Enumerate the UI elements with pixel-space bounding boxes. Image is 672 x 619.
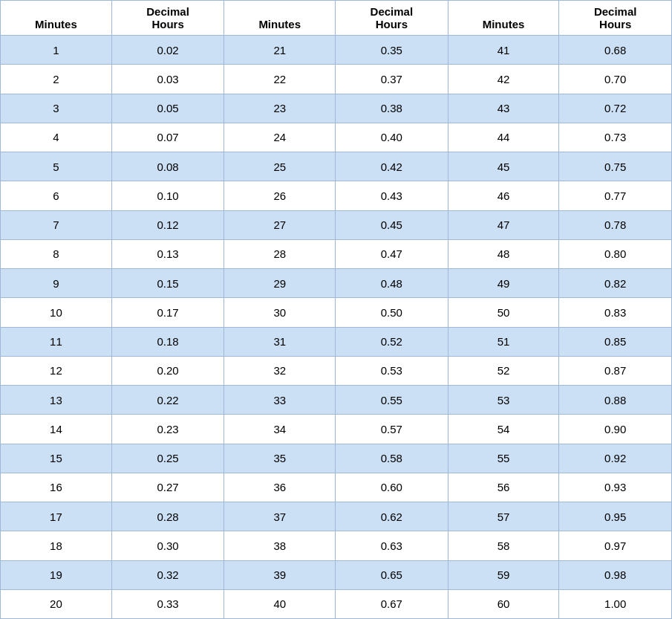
table-cell: 17 [1, 502, 112, 531]
table-row: 160.27360.60560.93 [1, 473, 672, 502]
table-cell: 0.62 [336, 502, 448, 531]
table-cell: 0.55 [336, 386, 448, 415]
table-cell: 44 [448, 123, 559, 152]
table-cell: 32 [224, 356, 336, 385]
table-row: 20.03220.37420.70 [1, 65, 672, 94]
table-cell: 0.72 [559, 94, 672, 123]
table-cell: 0.47 [336, 239, 448, 268]
table-cell: 22 [224, 65, 336, 94]
table-cell: 4 [1, 123, 112, 152]
table-cell: 20 [1, 589, 112, 618]
table-cell: 0.07 [111, 123, 224, 152]
table-cell: 0.40 [336, 123, 448, 152]
table-cell: 0.57 [336, 415, 448, 444]
table-cell: 0.25 [111, 444, 224, 473]
table-cell: 0.45 [336, 210, 448, 239]
table-cell: 0.60 [336, 473, 448, 502]
table-cell: 42 [448, 65, 559, 94]
table-cell: 0.43 [336, 181, 448, 210]
table-cell: 9 [1, 269, 112, 298]
table-cell: 0.10 [111, 181, 224, 210]
table-cell: 6 [1, 181, 112, 210]
table-cell: 0.08 [111, 152, 224, 181]
table-cell: 0.23 [111, 415, 224, 444]
table-cell: 0.63 [336, 531, 448, 560]
table-row: 120.20320.53520.87 [1, 356, 672, 385]
table-cell: 49 [448, 269, 559, 298]
table-cell: 27 [224, 210, 336, 239]
table-cell: 0.03 [111, 65, 224, 94]
table-cell: 30 [224, 298, 336, 327]
table-cell: 0.68 [559, 36, 672, 65]
table-row: 90.15290.48490.82 [1, 269, 672, 298]
table-cell: 0.30 [111, 531, 224, 560]
table-row: 60.10260.43460.77 [1, 181, 672, 210]
table-cell: 0.90 [559, 415, 672, 444]
table-cell: 11 [1, 327, 112, 356]
table-row: 110.18310.52510.85 [1, 327, 672, 356]
table-cell: 0.87 [559, 356, 672, 385]
table-cell: 0.22 [111, 386, 224, 415]
table-cell: 0.27 [111, 473, 224, 502]
table-cell: 39 [224, 560, 336, 589]
table-cell: 1.00 [559, 589, 672, 618]
table-cell: 0.32 [111, 560, 224, 589]
table-cell: 3 [1, 94, 112, 123]
table-cell: 0.20 [111, 356, 224, 385]
table-cell: 0.48 [336, 269, 448, 298]
table-cell: 0.33 [111, 589, 224, 618]
table-cell: 5 [1, 152, 112, 181]
table-row: 100.17300.50500.83 [1, 298, 672, 327]
table-row: 40.07240.40440.73 [1, 123, 672, 152]
table-cell: 40 [224, 589, 336, 618]
table-cell: 0.38 [336, 94, 448, 123]
table-cell: 0.80 [559, 239, 672, 268]
table-cell: 0.18 [111, 327, 224, 356]
table-row: 170.28370.62570.95 [1, 502, 672, 531]
table-cell: 46 [448, 181, 559, 210]
table-row: 150.25350.58550.92 [1, 444, 672, 473]
table-cell: 0.75 [559, 152, 672, 181]
table-cell: 53 [448, 386, 559, 415]
table-cell: 2 [1, 65, 112, 94]
table-cell: 0.50 [336, 298, 448, 327]
table-cell: 0.88 [559, 386, 672, 415]
col-header-decimal-3: DecimalHours [559, 1, 672, 36]
table-row: 200.33400.67601.00 [1, 589, 672, 618]
header-row: Minutes DecimalHours Minutes DecimalHour… [1, 1, 672, 36]
table-cell: 8 [1, 239, 112, 268]
table-cell: 10 [1, 298, 112, 327]
table-cell: 59 [448, 560, 559, 589]
table-cell: 35 [224, 444, 336, 473]
table-cell: 0.98 [559, 560, 672, 589]
table-cell: 0.58 [336, 444, 448, 473]
table-cell: 43 [448, 94, 559, 123]
table-cell: 0.35 [336, 36, 448, 65]
table-cell: 0.83 [559, 298, 672, 327]
table-row: 180.30380.63580.97 [1, 531, 672, 560]
table-cell: 0.02 [111, 36, 224, 65]
table-cell: 45 [448, 152, 559, 181]
table-cell: 0.42 [336, 152, 448, 181]
table-cell: 52 [448, 356, 559, 385]
table-cell: 0.15 [111, 269, 224, 298]
table-cell: 1 [1, 36, 112, 65]
table-cell: 0.97 [559, 531, 672, 560]
table-cell: 0.70 [559, 65, 672, 94]
table-row: 30.05230.38430.72 [1, 94, 672, 123]
col-header-decimal-1: DecimalHours [111, 1, 224, 36]
table-cell: 41 [448, 36, 559, 65]
table-cell: 0.67 [336, 589, 448, 618]
table-cell: 0.77 [559, 181, 672, 210]
table-cell: 15 [1, 444, 112, 473]
table-cell: 7 [1, 210, 112, 239]
table-cell: 34 [224, 415, 336, 444]
table-cell: 0.13 [111, 239, 224, 268]
table-row: 80.13280.47480.80 [1, 239, 672, 268]
table-cell: 13 [1, 386, 112, 415]
col-header-minutes-1: Minutes [1, 1, 112, 36]
table-cell: 51 [448, 327, 559, 356]
table-cell: 23 [224, 94, 336, 123]
table-row: 50.08250.42450.75 [1, 152, 672, 181]
table-cell: 29 [224, 269, 336, 298]
